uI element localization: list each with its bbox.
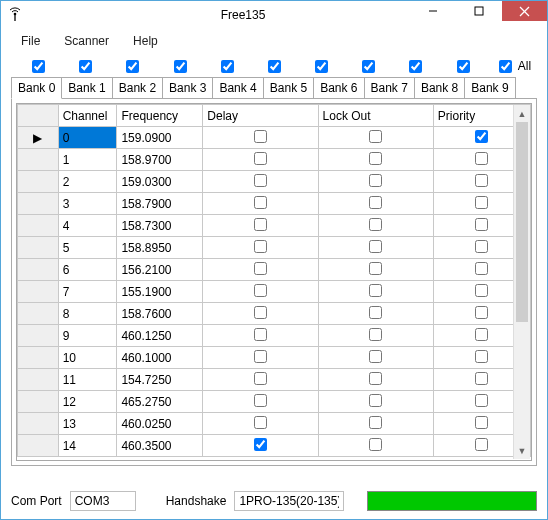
cell-delay[interactable]: [203, 413, 318, 435]
table-row[interactable]: 8158.7600: [18, 303, 531, 325]
lock-checkbox[interactable]: [369, 306, 382, 319]
cell-channel[interactable]: 3: [58, 193, 117, 215]
cell-delay[interactable]: [203, 391, 318, 413]
cell-channel[interactable]: 5: [58, 237, 117, 259]
cell-delay[interactable]: [203, 149, 318, 171]
cell-delay[interactable]: [203, 237, 318, 259]
cell-lock[interactable]: [318, 413, 433, 435]
cell-frequency[interactable]: 158.7300: [117, 215, 203, 237]
delay-checkbox[interactable]: [254, 372, 267, 385]
cell-delay[interactable]: [203, 127, 318, 149]
cell-lock[interactable]: [318, 347, 433, 369]
cell-lock[interactable]: [318, 369, 433, 391]
prio-checkbox[interactable]: [475, 240, 488, 253]
cell-channel[interactable]: 8: [58, 303, 117, 325]
cell-lock[interactable]: [318, 127, 433, 149]
delay-checkbox[interactable]: [254, 394, 267, 407]
cell-delay[interactable]: [203, 347, 318, 369]
cell-frequency[interactable]: 158.7900: [117, 193, 203, 215]
prio-checkbox[interactable]: [475, 328, 488, 341]
col-lockout[interactable]: Lock Out: [318, 105, 433, 127]
tab-bank-8[interactable]: Bank 8: [414, 77, 465, 98]
cell-channel[interactable]: 1: [58, 149, 117, 171]
cell-channel[interactable]: 9: [58, 325, 117, 347]
prio-checkbox[interactable]: [475, 350, 488, 363]
tab-bank-1[interactable]: Bank 1: [61, 77, 112, 98]
lock-checkbox[interactable]: [369, 218, 382, 231]
table-row[interactable]: 9460.1250: [18, 325, 531, 347]
tab-bank-4[interactable]: Bank 4: [212, 77, 263, 98]
cell-frequency[interactable]: 158.9700: [117, 149, 203, 171]
cell-lock[interactable]: [318, 149, 433, 171]
tab-bank-0[interactable]: Bank 0: [11, 77, 62, 99]
cell-frequency[interactable]: 460.3500: [117, 435, 203, 457]
cell-channel[interactable]: 12: [58, 391, 117, 413]
lock-checkbox[interactable]: [369, 262, 382, 275]
menu-help[interactable]: Help: [123, 32, 168, 50]
delay-checkbox[interactable]: [254, 174, 267, 187]
delay-checkbox[interactable]: [254, 240, 267, 253]
cell-delay[interactable]: [203, 171, 318, 193]
tab-bank-6[interactable]: Bank 6: [313, 77, 364, 98]
delay-checkbox[interactable]: [254, 262, 267, 275]
cell-frequency[interactable]: 154.7250: [117, 369, 203, 391]
bank-check-6[interactable]: [315, 60, 328, 73]
cell-lock[interactable]: [318, 237, 433, 259]
lock-checkbox[interactable]: [369, 394, 382, 407]
scroll-thumb[interactable]: [516, 122, 528, 322]
bank-check-0[interactable]: [32, 60, 45, 73]
bank-check-9[interactable]: [457, 60, 470, 73]
lock-checkbox[interactable]: [369, 174, 382, 187]
cell-channel[interactable]: 10: [58, 347, 117, 369]
lock-checkbox[interactable]: [369, 152, 382, 165]
delay-checkbox[interactable]: [254, 328, 267, 341]
handshake-input[interactable]: [234, 491, 344, 511]
lock-checkbox[interactable]: [369, 350, 382, 363]
prio-checkbox[interactable]: [475, 262, 488, 275]
cell-channel[interactable]: 0: [58, 127, 117, 149]
table-row[interactable]: 6156.2100: [18, 259, 531, 281]
cell-channel[interactable]: 14: [58, 435, 117, 457]
all-check[interactable]: [499, 60, 512, 73]
tab-bank-3[interactable]: Bank 3: [162, 77, 213, 98]
cell-frequency[interactable]: 159.0900: [117, 127, 203, 149]
bank-check-8[interactable]: [409, 60, 422, 73]
delay-checkbox[interactable]: [254, 350, 267, 363]
cell-delay[interactable]: [203, 303, 318, 325]
bank-check-5[interactable]: [268, 60, 281, 73]
cell-frequency[interactable]: 460.1250: [117, 325, 203, 347]
cell-delay[interactable]: [203, 325, 318, 347]
delay-checkbox[interactable]: [254, 218, 267, 231]
col-delay[interactable]: Delay: [203, 105, 318, 127]
cell-lock[interactable]: [318, 281, 433, 303]
vertical-scrollbar[interactable]: ▲ ▼: [513, 105, 530, 459]
cell-channel[interactable]: 13: [58, 413, 117, 435]
tab-bank-7[interactable]: Bank 7: [364, 77, 415, 98]
prio-checkbox[interactable]: [475, 394, 488, 407]
cell-frequency[interactable]: 155.1900: [117, 281, 203, 303]
bank-check-2[interactable]: [126, 60, 139, 73]
cell-lock[interactable]: [318, 391, 433, 413]
lock-checkbox[interactable]: [369, 284, 382, 297]
bank-check-4[interactable]: [221, 60, 234, 73]
cell-frequency[interactable]: 460.1000: [117, 347, 203, 369]
cell-frequency[interactable]: 158.7600: [117, 303, 203, 325]
lock-checkbox[interactable]: [369, 416, 382, 429]
cell-delay[interactable]: [203, 369, 318, 391]
cell-delay[interactable]: [203, 215, 318, 237]
table-row[interactable]: 3158.7900: [18, 193, 531, 215]
menu-file[interactable]: File: [11, 32, 50, 50]
lock-checkbox[interactable]: [369, 196, 382, 209]
scroll-down-icon[interactable]: ▼: [514, 442, 530, 459]
menu-scanner[interactable]: Scanner: [54, 32, 119, 50]
cell-delay[interactable]: [203, 435, 318, 457]
tab-bank-9[interactable]: Bank 9: [464, 77, 515, 98]
lock-checkbox[interactable]: [369, 240, 382, 253]
cell-lock[interactable]: [318, 303, 433, 325]
prio-checkbox[interactable]: [475, 416, 488, 429]
table-row[interactable]: 7155.1900: [18, 281, 531, 303]
cell-lock[interactable]: [318, 259, 433, 281]
table-row[interactable]: 11154.7250: [18, 369, 531, 391]
cell-lock[interactable]: [318, 171, 433, 193]
bank-check-7[interactable]: [362, 60, 375, 73]
